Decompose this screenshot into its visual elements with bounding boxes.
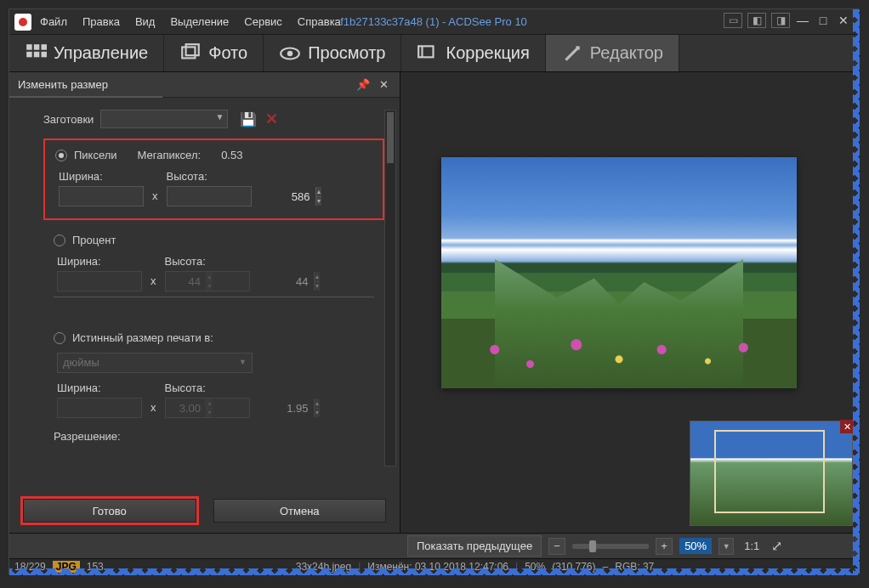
close-button[interactable]: ✕ [836,13,851,28]
app-logo [14,14,31,31]
spin-down-icon[interactable]: ▼ [316,197,322,206]
svg-rect-0 [26,44,32,50]
px-width-field[interactable]: ▲▼ [59,186,144,206]
panel-scrollbar[interactable] [384,110,396,466]
pct-height-label: Высота: [165,255,250,268]
tab-photo[interactable]: Фото [164,35,264,71]
megapixel-label: Мегапиксел: [138,149,202,161]
pct-width-label: Ширина: [57,255,142,268]
svg-rect-4 [34,51,40,57]
one-to-one-button[interactable]: 1:1 [744,540,759,552]
print-height-label: Высота: [165,382,250,394]
status-modified: Изменён: 03.10.2018 12:47:06 [367,561,508,573]
svg-point-9 [287,50,293,56]
tab-view[interactable]: Просмотр [264,35,401,71]
minimize-button[interactable]: — [795,13,810,28]
canvas-area[interactable]: ✕ [400,72,858,533]
spin-up-icon[interactable]: ▲ [316,187,322,197]
photos-icon [179,42,202,65]
status-zoom: 50% [525,561,545,573]
layout-icon-1[interactable]: ▭ [724,13,742,28]
radio-print-label: Истинный размер печати в: [72,331,213,344]
menu-select[interactable]: Выделение [170,15,229,28]
image-preview [441,157,797,388]
svg-rect-6 [182,47,195,58]
svg-rect-12 [576,46,579,49]
tab-manage[interactable]: Управление [9,35,164,71]
radio-percent-label: Процент [72,234,116,246]
eye-icon [279,42,301,65]
status-dims: 33x24b.jpeg [296,561,351,573]
radio-pixels[interactable] [55,150,67,161]
presets-label: Заготовки [43,113,94,126]
cancel-button[interactable]: Отмена [213,499,387,523]
show-previous-button[interactable]: Показать предыдущее [407,535,542,557]
svg-rect-5 [42,51,48,57]
status-size: 153... [87,561,112,573]
delete-preset-icon[interactable]: ✕ [265,110,278,128]
print-group: Истинный размер печати в: дюймы Ширина: … [43,323,384,455]
x-separator: x [152,174,158,202]
px-height-field[interactable]: ▲▼ [167,186,252,206]
svg-rect-7 [186,44,199,55]
radio-percent[interactable] [54,235,65,246]
panel-close-icon[interactable]: ✕ [376,77,391,93]
menubar: Файл Правка Вид Выделение Сервис Справка [40,15,341,28]
status-counter: 18/229 [14,561,46,573]
svg-rect-3 [26,51,32,57]
megapixel-value: 0.53 [221,149,242,161]
menu-file[interactable]: Файл [40,15,67,28]
pin-icon[interactable]: 📌 [355,77,371,93]
menu-service[interactable]: Сервис [244,15,282,28]
print-height-input [166,399,314,417]
pixels-group: Пиксели Мегапиксел: 0.53 Ширина: ▲▼ x [43,139,384,220]
svg-rect-2 [42,44,48,50]
navigator-frame[interactable] [714,430,825,513]
zoom-out-button[interactable]: − [548,538,565,555]
done-button[interactable]: Готово [23,499,196,523]
radio-pixels-label: Пиксели [74,149,117,161]
menu-view[interactable]: Вид [135,15,156,28]
save-preset-icon[interactable]: 💾 [240,111,257,127]
grid-icon [25,42,47,65]
radio-print[interactable] [54,332,65,344]
menu-help[interactable]: Справка [298,15,341,28]
tab-develop[interactable]: Коррекция [401,35,545,71]
main-tabs: Управление Фото Просмотр Коррекция Редак… [9,35,858,72]
pct-height-input [166,272,314,291]
navigator-thumbnail[interactable]: ✕ [690,421,853,526]
layout-icon-3[interactable]: ◨ [771,13,790,28]
percent-group: Процент Ширина: ▲▼ x Высота: ▲▼ [43,225,384,318]
status-coords: (310,776) [552,561,595,573]
presets-dropdown[interactable] [100,110,228,128]
zoom-in-button[interactable]: + [656,538,673,555]
zoom-value[interactable]: 50% [679,538,712,554]
sliders-icon [417,42,439,65]
navigator-close-icon[interactable]: ✕ [840,420,854,433]
resolution-label: Разрешение: [54,430,121,443]
svg-rect-1 [34,44,40,50]
zoom-slider[interactable] [572,544,649,549]
status-bar: 18/229 JPG 153... 33x24b.jpeg | Изменён:… [9,558,858,574]
px-height-label: Высота: [167,170,252,183]
brush-icon [561,42,583,65]
menu-edit[interactable]: Правка [82,15,120,28]
px-width-label: Ширина: [59,170,144,183]
zoom-dropdown[interactable]: ▼ [718,538,734,555]
layout-icon-2[interactable]: ◧ [747,13,766,28]
print-width-label: Ширина: [57,382,142,394]
panel-title: Изменить размер [18,78,350,91]
maximize-button[interactable]: □ [815,13,831,28]
px-height-input[interactable] [168,187,315,206]
print-units-dropdown[interactable]: дюймы [57,353,253,373]
status-format-badge: JPG [53,561,80,573]
status-rgb: RGB: 37 [615,561,654,573]
svg-rect-10 [419,46,434,57]
tab-editor[interactable]: Редактор [546,35,679,71]
fullscreen-icon[interactable]: ⤢ [771,538,782,554]
